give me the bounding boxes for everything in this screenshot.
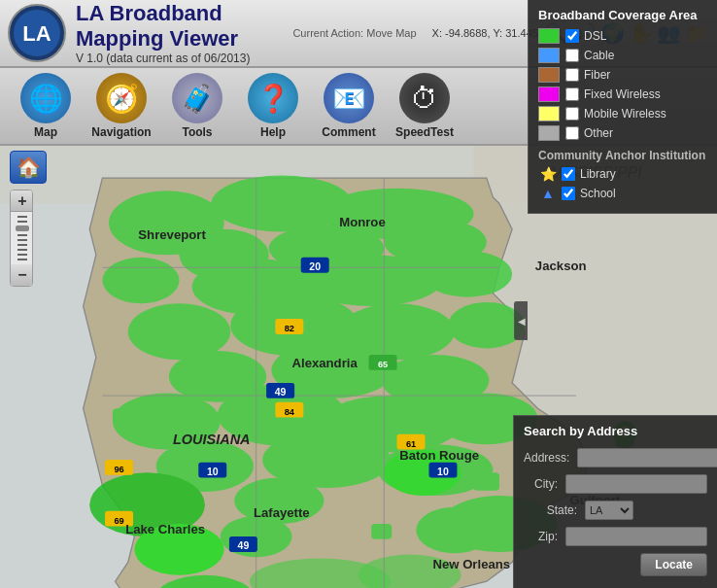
svg-text:82: 82 (285, 324, 294, 333)
zip-input[interactable] (565, 527, 707, 546)
svg-text:10: 10 (207, 466, 219, 477)
dsl-checkbox[interactable] (565, 29, 579, 43)
comment-icon: 📧 (324, 73, 374, 123)
tools-button[interactable]: 🧳 Tools (161, 73, 233, 139)
fixed-wireless-label: Fixed Wireless (584, 87, 661, 101)
svg-text:69: 69 (114, 516, 123, 526)
expander-icon: ◀ (518, 316, 526, 327)
library-checkbox[interactable] (562, 167, 575, 181)
svg-point-16 (423, 251, 512, 296)
app-version: V 1.0 (data current as of 06/2013) (76, 52, 292, 65)
home-icon: 🏠 (17, 156, 41, 179)
anchor-item-school: ▲ School (538, 186, 707, 201)
svg-text:49: 49 (275, 386, 287, 398)
state-label: State: (524, 503, 577, 517)
other-label: Other (584, 126, 613, 140)
current-action-value: Move Map (366, 27, 416, 39)
city-label: City: (524, 477, 558, 491)
zoom-tick (17, 249, 27, 251)
map-label: Map (34, 125, 57, 139)
svg-text:LA: LA (22, 21, 51, 46)
map-button[interactable]: 🌐 Map (10, 73, 82, 139)
zoom-out-button[interactable]: − (11, 264, 33, 286)
fixed-wireless-checkbox[interactable] (565, 87, 579, 101)
cable-checkbox[interactable] (565, 49, 579, 62)
city-row: City: (524, 474, 707, 494)
tools-icon: 🧳 (172, 73, 222, 123)
address-label: Address: (524, 451, 569, 465)
logo: LA (4, 0, 70, 66)
map-icon: 🌐 (20, 73, 71, 123)
zip-row: Zip: (524, 527, 707, 546)
legend-item-other: Other (538, 125, 707, 141)
svg-text:Jackson: Jackson (535, 259, 587, 273)
school-checkbox[interactable] (562, 187, 575, 200)
mobile-wireless-color (538, 106, 560, 121)
svg-text:Baton Rouge: Baton Rouge (399, 448, 479, 463)
legend-item-dsl: DSL (538, 28, 707, 44)
speedtest-button[interactable]: ⏱ SpeedTest (389, 73, 461, 139)
zoom-tick (17, 216, 27, 218)
svg-text:Alexandria: Alexandria (291, 356, 358, 370)
fiber-checkbox[interactable] (565, 68, 579, 82)
state-select[interactable]: LA (585, 501, 633, 520)
coverage-panel-title: Broadband Coverage Area (538, 8, 707, 22)
navigation-label: Navigation (91, 125, 151, 139)
svg-text:Lafayette: Lafayette (254, 505, 310, 520)
navigation-button[interactable]: 🧭 Navigation (85, 73, 157, 139)
speedtest-icon: ⏱ (399, 73, 450, 123)
comment-button[interactable]: 📧 Comment (313, 73, 385, 139)
svg-text:84: 84 (285, 407, 295, 417)
mobile-wireless-checkbox[interactable] (565, 107, 579, 121)
current-action-block: Current Action: Move Map (292, 27, 416, 39)
svg-text:49: 49 (238, 539, 250, 551)
comment-label: Comment (322, 125, 375, 139)
zoom-tick (17, 244, 27, 246)
mobile-wireless-label: Mobile Wireless (584, 107, 666, 121)
svg-text:96: 96 (114, 465, 123, 474)
locate-button[interactable]: Locate (640, 553, 707, 576)
zoom-controls: + − (10, 190, 33, 287)
help-button[interactable]: ❓ Help (237, 73, 309, 139)
tools-label: Tools (182, 125, 212, 139)
city-input[interactable] (565, 474, 707, 494)
cable-color (538, 48, 560, 63)
school-icon: ▲ (538, 186, 558, 201)
address-input[interactable] (577, 448, 717, 467)
zoom-thumb[interactable] (16, 225, 29, 231)
svg-point-13 (102, 258, 179, 303)
svg-point-33 (416, 507, 493, 553)
other-checkbox[interactable] (565, 126, 579, 140)
home-button[interactable]: 🏠 (10, 151, 47, 184)
svg-text:65: 65 (378, 360, 388, 369)
zoom-bar (11, 212, 33, 264)
zoom-in-button[interactable]: + (11, 190, 33, 212)
svg-text:New Orleans: New Orleans (432, 557, 510, 571)
current-action-label: Current Action: (292, 27, 363, 39)
library-label: Library (580, 167, 616, 181)
search-panel: Search by Address Address: City: State: … (513, 415, 717, 588)
zoom-slider[interactable] (16, 214, 29, 262)
anchor-section-title: Community Anchor Institution (538, 149, 707, 162)
svg-text:Shreveport: Shreveport (138, 227, 206, 242)
state-row: State: LA (524, 501, 707, 520)
svg-text:20: 20 (309, 260, 321, 272)
legend-item-mobile-wireless: Mobile Wireless (538, 106, 707, 121)
svg-text:Monroe: Monroe (339, 215, 386, 229)
panel-expander-button[interactable]: ◀ (514, 301, 528, 340)
svg-text:Lake Charles: Lake Charles (125, 522, 205, 536)
svg-text:LOUISIANA: LOUISIANA (173, 432, 251, 447)
svg-rect-43 (371, 524, 392, 539)
speedtest-label: SpeedTest (395, 125, 454, 139)
legend-item-cable: Cable (538, 48, 707, 63)
legend-item-fiber: Fiber (538, 67, 707, 83)
zoom-tick (17, 254, 27, 256)
help-icon: ❓ (248, 73, 298, 123)
fixed-wireless-color (538, 86, 560, 102)
help-label: Help (260, 125, 286, 139)
anchor-item-library: ⭐ Library (538, 166, 707, 182)
coverage-panel: Broadband Coverage Area DSL Cable Fiber … (528, 0, 717, 214)
svg-text:10: 10 (437, 466, 449, 477)
school-label: School (580, 187, 616, 200)
zoom-tick (17, 239, 27, 241)
